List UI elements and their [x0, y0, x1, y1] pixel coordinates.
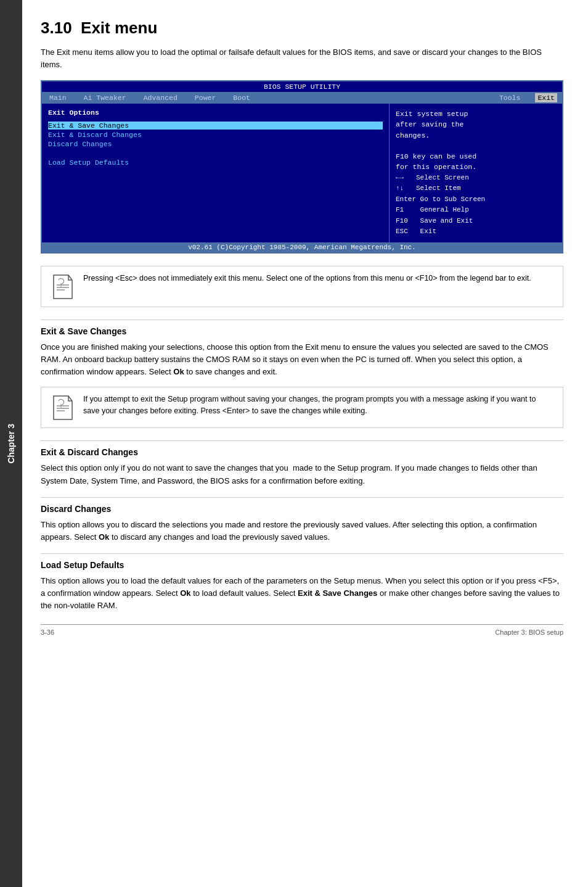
text-exit-save: Once you are finished making your select…	[41, 341, 563, 378]
bios-legend: ←→ Select Screen ↑↓ Select Item Enter Go…	[396, 173, 556, 238]
bios-left-panel: Exit Options Exit & Save Changes Exit & …	[42, 104, 390, 242]
bios-menu-load-defaults[interactable]: Load Setup Defaults	[48, 159, 383, 167]
page-container: Chapter 3 3.10 Exit menu The Exit menu i…	[0, 0, 588, 887]
nav-tools[interactable]: Tools	[497, 93, 523, 102]
main-content: 3.10 Exit menu The Exit menu items allow…	[22, 0, 588, 887]
bios-menu-spacer	[48, 149, 383, 157]
intro-text: The Exit menu items allow you to load th…	[41, 46, 563, 70]
nav-boot[interactable]: Boot	[231, 93, 253, 102]
note-icon-2	[50, 394, 75, 421]
sections-container: Exit & Save Changes Once you are finishe…	[41, 320, 563, 612]
svg-point-7	[60, 406, 62, 408]
note-icon-1	[50, 273, 75, 300]
bios-header: BIOS SETUP UTILITY	[42, 81, 562, 92]
bios-right-panel: Exit system setup after saving the chang…	[390, 104, 562, 242]
bios-body: Exit Options Exit & Save Changes Exit & …	[42, 104, 562, 242]
nav-main[interactable]: Main	[47, 93, 69, 102]
bios-info-text: Exit system setup after saving the chang…	[396, 109, 556, 173]
page-footer: 3-36 Chapter 3: BIOS setup	[41, 624, 563, 636]
page-title: 3.10 Exit menu	[41, 19, 563, 38]
nav-aitweaker[interactable]: Ai Tweaker	[81, 93, 129, 102]
heading-exit-discard: Exit & Discard Changes	[41, 447, 563, 457]
note-text-2: If you attempt to exit the Setup program…	[83, 394, 554, 417]
heading-exit-save: Exit & Save Changes	[41, 326, 563, 336]
chapter-sidebar: Chapter 3	[0, 0, 22, 887]
chapter-label: Chapter 3	[6, 424, 16, 464]
bios-utility-box: BIOS SETUP UTILITY Main Ai Tweaker Advan…	[41, 80, 563, 254]
nav-power[interactable]: Power	[192, 93, 219, 102]
divider-2	[41, 440, 563, 441]
footer-right: Chapter 3: BIOS setup	[495, 629, 563, 636]
divider-1	[41, 320, 563, 320]
bios-menu-exit-discard[interactable]: Exit & Discard Changes	[48, 131, 383, 139]
nav-advanced[interactable]: Advanced	[141, 93, 180, 102]
note-box-1: Pressing <Esc> does not immediately exit…	[41, 266, 563, 307]
text-exit-discard: Select this option only if you do not wa…	[41, 462, 563, 487]
bios-nav: Main Ai Tweaker Advanced Power Boot Tool…	[42, 92, 562, 104]
divider-4	[41, 553, 563, 554]
bios-footer: v02.61 (C)Copyright 1985-2009, American …	[42, 242, 562, 252]
note-text-1: Pressing <Esc> does not immediately exit…	[83, 273, 531, 284]
nav-exit[interactable]: Exit	[535, 93, 557, 102]
bios-menu-exit-save[interactable]: Exit & Save Changes	[48, 122, 383, 130]
text-load-defaults: This option allows you to load the defau…	[41, 575, 563, 612]
heading-load-defaults: Load Setup Defaults	[41, 560, 563, 570]
bios-menu-discard[interactable]: Discard Changes	[48, 140, 383, 148]
bios-section-title: Exit Options	[48, 109, 383, 117]
text-discard: This option allows you to discard the se…	[41, 519, 563, 543]
heading-discard: Discard Changes	[41, 504, 563, 514]
note-box-2: If you attempt to exit the Setup program…	[41, 387, 563, 428]
svg-point-3	[60, 286, 62, 287]
divider-3	[41, 497, 563, 498]
footer-left: 3-36	[41, 629, 54, 636]
